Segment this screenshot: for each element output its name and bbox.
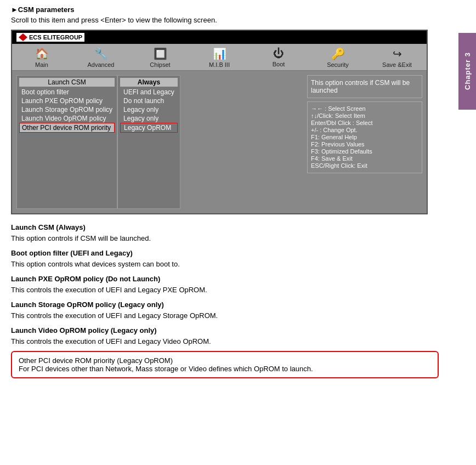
nav-security[interactable]: 🔑 Security — [316, 46, 360, 70]
csm-section-title: ►CSM parameters — [11, 5, 439, 14]
desc-storage: Launch Storage OpROM policy (Legacy only… — [11, 299, 439, 321]
nav-mib3-label: M.I.B III — [209, 61, 230, 68]
option-do-not-launch[interactable]: Do not launch — [120, 97, 178, 105]
csm-section-desc: Scroll to this item and press <Enter> to… — [11, 16, 439, 24]
nav-save-exit-label: Save &Exit — [382, 61, 412, 68]
desc-video: Launch Video OpROM policy (Legacy only) … — [11, 325, 439, 347]
bios-menu-list: Launch CSM Boot option filter Launch PXE… — [16, 75, 117, 209]
desc-boot-filter: Boot option filter (UEFI and Legacy) Thi… — [11, 248, 439, 269]
key-select-item: ↑↓/Click: Select Item — [311, 112, 418, 119]
nav-chipset[interactable]: 🔲 Chipset — [138, 46, 182, 70]
bios-options-list: Always UEFI and Legacy Do not launch Leg… — [117, 75, 180, 209]
desc-boot-filter-text: This option controls what devices system… — [11, 259, 439, 270]
nav-mib3[interactable]: 📊 M.I.B III — [197, 46, 241, 70]
menu-item-video-policy[interactable]: Launch Video OpROM policy — [19, 114, 115, 123]
bios-right-panel: This option controls if CSM will be laun… — [307, 75, 422, 209]
nav-main[interactable]: 🏠 Main — [20, 46, 64, 70]
bios-screen: ECS ELITEGROUP 🏠 Main 🔧 Advanced 🔲 Chips… — [11, 30, 428, 214]
key-change-opt: +/- : Change Opt. — [311, 127, 418, 133]
menu-item-pci-priority[interactable]: Other PCI device ROM priority — [19, 123, 115, 133]
nav-security-label: Security — [327, 61, 349, 68]
key-enter: Enter/Dbl Click : Select — [311, 120, 418, 126]
key-esc: ESC/Right Click: Exit — [311, 162, 418, 169]
desc-video-text: This controls the execution of UEFI and … — [11, 336, 439, 347]
bios-logo-icon — [19, 33, 27, 41]
option-always[interactable]: Always — [120, 78, 178, 87]
nav-boot[interactable]: ⏻ Boot — [257, 46, 301, 70]
bios-keys-box: →← : Select Screen ↑↓/Click: Select Item… — [307, 101, 422, 173]
menu-item-pxe-policy[interactable]: Launch PXE OpROM policy — [19, 97, 115, 105]
bios-nav: 🏠 Main 🔧 Advanced 🔲 Chipset 📊 M.I.B III … — [12, 44, 427, 71]
key-f1: F1: General Help — [311, 134, 418, 140]
bios-spacer — [185, 75, 303, 209]
nav-advanced[interactable]: 🔧 Advanced — [79, 46, 123, 70]
chapter-tab: Chapter 3 — [458, 33, 476, 110]
nav-save-exit[interactable]: ↪ Save &Exit — [375, 46, 419, 70]
desc-launch-csm-title: Launch CSM (Always) — [11, 223, 86, 231]
desc-storage-text: This controls the execution of UEFI and … — [11, 310, 439, 321]
desc-storage-title: Launch Storage OpROM policy (Legacy only… — [11, 300, 164, 309]
bios-brand: ECS ELITEGROUP — [29, 34, 82, 41]
key-f3: F3: Optimized Defaults — [311, 148, 418, 155]
desc-pci-priority-text: For PCI devices other than Network, Mass… — [19, 365, 431, 373]
bios-body: Launch CSM Boot option filter Launch PXE… — [12, 71, 427, 213]
desc-launch-csm-text: This option controls if CSM will be laun… — [11, 233, 439, 244]
option-uefi-legacy[interactable]: UEFI and Legacy — [120, 88, 178, 97]
nav-advanced-label: Advanced — [88, 61, 115, 68]
nav-chipset-label: Chipset — [150, 61, 170, 68]
nav-save-exit-icon: ↪ — [393, 47, 402, 60]
desc-pxe: Launch PXE OpROM policy (Do not Launch) … — [11, 274, 439, 295]
desc-boot-filter-title: Boot option filter (UEFI and Legacy) — [11, 249, 133, 257]
bios-logo: ECS ELITEGROUP — [16, 33, 84, 42]
key-f4: F4: Save & Exit — [311, 155, 418, 162]
nav-advanced-icon: 🔧 — [94, 47, 108, 60]
bios-help-box: This option controls if CSM will be laun… — [307, 75, 422, 98]
desc-pci-priority-block: Other PCI device ROM priority (Legacy Op… — [11, 351, 439, 378]
nav-boot-icon: ⏻ — [273, 47, 284, 60]
bios-help-text: This option controls if CSM will be laun… — [311, 79, 410, 94]
desc-launch-csm: Launch CSM (Always) This option controls… — [11, 222, 439, 243]
nav-chipset-icon: 🔲 — [154, 47, 167, 60]
nav-main-label: Main — [35, 61, 48, 68]
nav-mib3-icon: 📊 — [213, 47, 226, 60]
menu-item-boot-filter[interactable]: Boot option filter — [19, 88, 115, 97]
option-legacy-only-1[interactable]: Legacy only — [120, 105, 178, 114]
bios-header: ECS ELITEGROUP — [12, 31, 427, 44]
desc-video-title: Launch Video OpROM policy (Legacy only) — [11, 326, 157, 334]
bios-left-panels: Launch CSM Boot option filter Launch PXE… — [16, 75, 180, 209]
option-legacy-only-2[interactable]: Legacy only — [120, 114, 178, 123]
desc-pxe-text: This controls the execution of UEFI and … — [11, 285, 439, 296]
nav-security-icon: 🔑 — [331, 47, 345, 60]
key-f2: F2: Previous Values — [311, 141, 418, 148]
desc-pci-priority-title: Other PCI device ROM priority (Legacy Op… — [19, 356, 173, 365]
menu-item-launch-csm[interactable]: Launch CSM — [19, 78, 115, 87]
desc-pxe-title: Launch PXE OpROM policy (Do not Launch) — [11, 275, 160, 283]
key-select-screen: →← : Select Screen — [311, 105, 418, 112]
nav-main-icon: 🏠 — [35, 47, 49, 60]
nav-boot-label: Boot — [273, 61, 285, 67]
menu-item-storage-policy[interactable]: Launch Storage OpROM policy — [19, 105, 115, 114]
option-legacy-oprom[interactable]: Legacy OpROM — [120, 123, 178, 133]
